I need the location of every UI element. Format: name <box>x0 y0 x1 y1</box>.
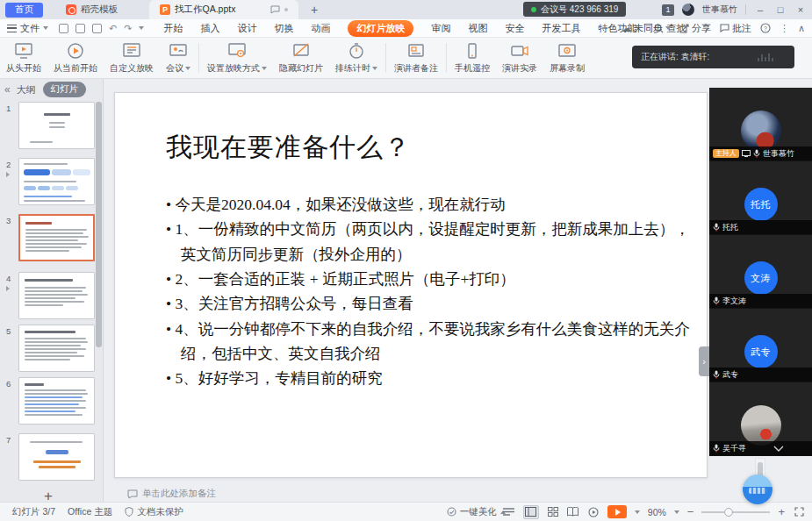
share-button[interactable]: 分享 <box>679 22 711 35</box>
meeting-button[interactable]: 会议 <box>160 39 197 77</box>
preview-icon[interactable] <box>92 24 102 33</box>
participant-tile[interactable]: 文涛 李文涛 <box>709 235 812 309</box>
collapse-strip-chevron-icon[interactable] <box>773 446 784 452</box>
meeting-participants-panel: › 主持人 世事慕竹 托托 托托 文涛 李文涛 武专 武专 <box>709 88 812 456</box>
window-count-badge[interactable]: 1 <box>662 4 674 16</box>
hamburger-icon <box>7 25 17 32</box>
participant-avatar <box>741 111 781 151</box>
beautify-button[interactable]: 一键美化 <box>447 506 506 518</box>
zoom-slider-knob[interactable] <box>724 508 733 517</box>
bullet-item: 2、一套合适的正装 + 近期正式照片（电子+打印） <box>166 267 700 291</box>
home-tab[interactable]: 首页 <box>5 3 43 18</box>
menu-item-security[interactable]: 安全 <box>505 22 524 35</box>
notes-placeholder[interactable]: 单击此处添加备注 <box>127 488 216 500</box>
comment-button[interactable]: 批注 <box>720 22 751 35</box>
reading-view-button[interactable] <box>567 507 579 517</box>
comment-label: 批注 <box>732 22 751 35</box>
button-label: 屏幕录制 <box>550 62 585 75</box>
docer-template-tab[interactable]: 稻壳模板 <box>57 0 126 19</box>
slide-thumbnail-1[interactable] <box>18 102 95 149</box>
menu-item-view[interactable]: 视图 <box>468 22 487 35</box>
menu-item-review[interactable]: 审阅 <box>431 22 450 35</box>
save-icon[interactable] <box>59 24 68 33</box>
slideshow-view-button[interactable] <box>587 507 600 517</box>
menu-item-transition[interactable]: 切换 <box>274 22 293 35</box>
more-chevron-icon[interactable] <box>139 26 144 30</box>
expand-panel-button[interactable]: › <box>699 346 709 376</box>
new-tab-button[interactable]: + <box>311 3 318 17</box>
participant-tile-host[interactable]: 主持人 世事慕竹 <box>709 88 812 161</box>
theme-indicator[interactable]: Office 主题 <box>68 506 112 518</box>
menu-item-start[interactable]: 开始 <box>163 22 183 35</box>
chevron-down-icon <box>372 67 377 70</box>
rehearse-timing-button[interactable]: 排练计时 <box>329 39 384 77</box>
video-camera-icon <box>510 42 529 60</box>
participant-tile[interactable]: 托托 托托 <box>709 161 812 235</box>
file-menu[interactable]: 文件 <box>7 22 48 35</box>
slide-bullet-list[interactable]: 今天是2020.04.04，如果还没做这些，现在就行动 1、一份精致的中文简历（… <box>166 192 700 391</box>
participant-tile[interactable]: 吴千寻 <box>709 382 812 456</box>
participant-tile[interactable]: 武专 武专 <box>709 309 812 382</box>
meeting-floating-bubble[interactable] <box>743 475 772 504</box>
animation-indicator-icon <box>6 172 10 177</box>
meeting-id-badge[interactable]: 会议号 423 966 319 <box>523 2 626 17</box>
zoom-slider[interactable] <box>701 511 770 513</box>
slide-counter[interactable]: 幻灯片 3/7 <box>12 506 55 518</box>
tab-outline[interactable]: 大纲 <box>17 83 36 96</box>
slide-thumbnail-5[interactable] <box>18 325 95 372</box>
custom-slideshow-button[interactable]: 自定义放映 <box>104 39 160 77</box>
slide-sorter-view-button[interactable] <box>547 507 559 517</box>
menu-item-slideshow-active[interactable]: 幻灯片放映 <box>348 20 413 37</box>
play-slideshow-button[interactable] <box>607 505 627 518</box>
tab-slides[interactable]: 幻灯片 <box>43 82 87 97</box>
slide-thumbnail-3-selected[interactable] <box>18 214 95 261</box>
slide-thumbnail-6[interactable] <box>18 377 95 425</box>
notes-card-icon <box>406 42 426 60</box>
phone-remote-button[interactable]: 手机遥控 <box>449 39 496 77</box>
zoom-chevron-icon[interactable] <box>674 510 679 514</box>
play-from-start-button[interactable]: 从头开始 <box>0 39 47 77</box>
presenter-notes-button[interactable]: 演讲者备注 <box>388 39 444 77</box>
slide-number: 1 <box>6 103 11 113</box>
screen-record-icon <box>557 42 577 60</box>
zoom-in-button[interactable]: + <box>778 505 785 518</box>
slide-thumbnail-2[interactable] <box>18 158 95 205</box>
zoom-out-button[interactable]: − <box>687 505 694 518</box>
hide-slide-button[interactable]: 隐藏幻灯片 <box>273 39 329 77</box>
document-tab[interactable]: P 找工作QA.pptx <box>149 0 298 19</box>
username-label[interactable]: 世事慕竹 <box>702 4 737 16</box>
menu-item-insert[interactable]: 插入 <box>200 22 219 35</box>
slide-thumbnail-4[interactable] <box>18 272 95 319</box>
zoom-level[interactable]: 90% <box>648 507 666 517</box>
menu-item-devtools[interactable]: 开发工具 <box>542 22 580 35</box>
menu-item-design[interactable]: 设计 <box>237 22 256 35</box>
setup-show-button[interactable]: 设置放映方式 <box>201 39 273 77</box>
notes-toggle-icon[interactable] <box>503 507 515 517</box>
monitor-list-icon <box>122 42 141 60</box>
more-options-icon[interactable]: ⋮ <box>780 23 789 34</box>
protection-status[interactable]: 文档未保护 <box>125 506 183 518</box>
collapse-ribbon-icon[interactable]: ∧ <box>798 23 805 34</box>
menu-item-animation[interactable]: 动画 <box>311 22 330 35</box>
user-avatar[interactable] <box>682 4 694 16</box>
fullscreen-icon[interactable] <box>793 507 805 517</box>
maximize-button[interactable]: □ <box>774 4 787 15</box>
print-icon[interactable] <box>75 24 85 33</box>
slide-canvas[interactable]: 我现在要准备什么？ 今天是2020.04.04，如果还没做这些，现在就行动 1、… <box>114 92 708 478</box>
lecture-record-button[interactable]: 演讲实录 <box>496 39 543 77</box>
normal-view-button[interactable] <box>523 505 539 519</box>
undo-icon[interactable]: ↶ <box>109 23 117 34</box>
comment-bubble-icon[interactable] <box>270 5 280 14</box>
close-button[interactable]: × <box>794 4 807 15</box>
help-icon[interactable]: ? <box>760 23 771 33</box>
minimize-button[interactable]: – <box>754 4 766 15</box>
sync-status-button[interactable]: ☁ 未同步 <box>622 22 671 35</box>
slide-thumbnail-7[interactable] <box>18 433 95 481</box>
panel-scrollbar[interactable] <box>96 102 102 365</box>
play-from-current-button[interactable]: 从当前开始 <box>47 39 104 77</box>
slide-title[interactable]: 我现在要准备什么？ <box>166 130 707 166</box>
screen-record-button[interactable]: 屏幕录制 <box>543 39 591 77</box>
collapse-panel-button[interactable]: « <box>4 83 11 96</box>
play-options-chevron-icon[interactable] <box>635 510 640 514</box>
redo-icon[interactable]: ↷ <box>124 23 132 34</box>
